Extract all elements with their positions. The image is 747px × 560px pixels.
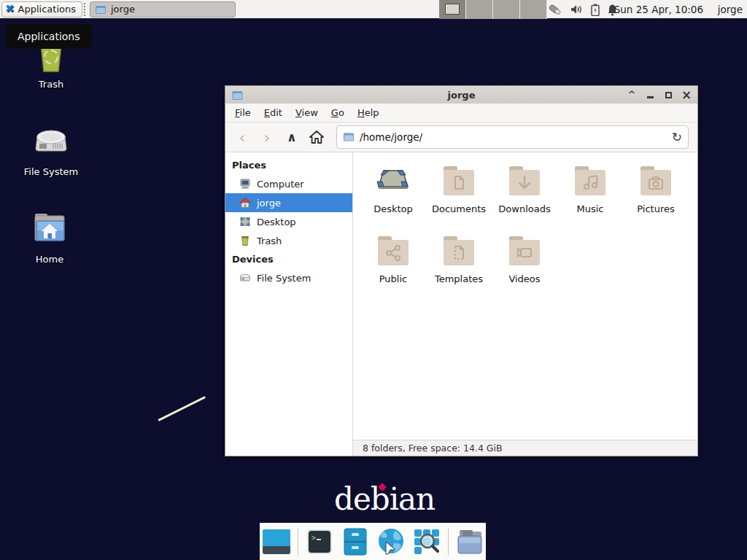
titlebar[interactable]: jorge ^ × <box>225 86 697 104</box>
menu-file[interactable]: File <box>228 105 258 120</box>
trash-icon <box>239 235 251 246</box>
desktop-icon-label: Trash <box>39 79 63 90</box>
workspace-2[interactable] <box>466 0 493 19</box>
back-button[interactable]: ‹ <box>231 126 253 148</box>
directory-folder-icon <box>455 529 484 555</box>
applications-menu-button[interactable]: ✖ Applications <box>1 1 82 18</box>
path-text[interactable]: /home/jorge/ <box>360 131 667 143</box>
path-bar[interactable]: /home/jorge/ ↻ <box>336 125 689 149</box>
desktop-icon-label: File System <box>24 166 78 177</box>
pictures-folder-icon <box>638 163 674 198</box>
drive-icon <box>239 272 251 284</box>
file-music[interactable]: Music <box>557 163 623 233</box>
desktop[interactable]: { "top_panel": { "applications_button": … <box>0 0 747 560</box>
file-downloads[interactable]: Downloads <box>492 163 557 233</box>
reload-icon[interactable]: ↻ <box>672 130 682 144</box>
show-desktop-icon <box>263 529 290 554</box>
sidebar-item-filesystem[interactable]: File System <box>225 268 352 287</box>
close-button[interactable]: × <box>681 90 692 100</box>
debian-logo: debian <box>334 481 435 517</box>
volume-icon[interactable] <box>570 4 584 15</box>
xfce-logo-icon: ✖ <box>5 4 15 15</box>
system-tray <box>547 0 618 19</box>
menu-edit[interactable]: Edit <box>258 105 289 120</box>
sidebar-item-jorge[interactable]: jorge <box>225 193 352 212</box>
file-public[interactable]: Public <box>360 233 426 303</box>
file-view: Desktop Documents <box>353 152 697 456</box>
workspace-switcher[interactable] <box>439 0 547 19</box>
app-finder-button[interactable] <box>412 527 441 556</box>
menu-go[interactable]: Go <box>325 105 351 120</box>
menu-view[interactable]: View <box>289 105 325 120</box>
minimize-button[interactable] <box>645 90 655 100</box>
input-device-icon[interactable] <box>547 3 563 16</box>
file-cabinet-icon <box>344 528 367 556</box>
shade-button[interactable]: ^ <box>627 90 637 100</box>
web-browser-button[interactable] <box>376 527 406 556</box>
app-finder-icon <box>413 528 441 556</box>
home-button[interactable] <box>306 126 328 148</box>
file-pictures[interactable]: Pictures <box>623 163 689 233</box>
music-folder-icon <box>572 163 608 198</box>
sidebar: Places Computer jorge <box>225 152 353 456</box>
panel-clock[interactable]: Sun 25 Apr, 10:06 <box>614 0 703 19</box>
templates-folder-icon <box>441 233 477 268</box>
drive-icon <box>31 121 71 162</box>
directory-menu-button[interactable] <box>455 527 484 556</box>
show-desktop-button[interactable] <box>262 527 291 556</box>
statusbar: 8 folders, Free space: 14.4 GiB <box>353 440 697 456</box>
maximize-button[interactable] <box>663 90 673 100</box>
desktop-icon-home[interactable]: Home <box>9 209 90 265</box>
computer-icon <box>239 178 251 190</box>
file-documents[interactable]: Documents <box>426 163 492 233</box>
dock-separator <box>448 528 449 556</box>
sidebar-item-computer[interactable]: Computer <box>225 174 352 193</box>
statusbar-text: 8 folders, Free space: 14.4 GiB <box>363 443 503 454</box>
sidebar-places-header: Places <box>225 156 352 174</box>
panel-username[interactable]: jorge <box>718 0 743 19</box>
toolbar: ‹ › ∧ /home/jorge/ ↻ <box>225 122 697 152</box>
sidebar-item-desktop[interactable]: Desktop <box>225 212 352 231</box>
terminal-button[interactable]: > <box>305 527 334 556</box>
desktop-icon <box>239 216 251 228</box>
home-folder-icon <box>30 209 69 249</box>
public-folder-icon <box>375 233 411 268</box>
downloads-folder-icon <box>506 163 543 198</box>
dock-separator <box>298 528 298 556</box>
workspace-4[interactable] <box>520 0 547 19</box>
videos-folder-icon <box>506 233 543 268</box>
battery-icon[interactable] <box>591 4 600 16</box>
stray-line-artifact <box>158 396 206 421</box>
documents-folder-icon <box>441 163 477 198</box>
folder-icon <box>95 4 107 15</box>
up-button[interactable]: ∧ <box>281 126 303 148</box>
home-icon <box>239 197 251 209</box>
top-panel: ✖ Applications jorge <box>0 0 747 19</box>
workspace-3[interactable] <box>493 0 520 19</box>
desktop-icon-label: Home <box>36 254 63 265</box>
file-videos[interactable]: Videos <box>492 233 557 303</box>
web-browser-icon <box>376 527 406 556</box>
applications-menu-label: Applications <box>18 4 76 15</box>
applications-tooltip: Applications <box>6 24 92 49</box>
file-desktop[interactable]: Desktop <box>360 163 426 233</box>
home-icon <box>309 131 324 144</box>
file-templates[interactable]: Templates <box>426 233 492 303</box>
file-grid: Desktop Documents <box>353 152 697 440</box>
file-manager-button[interactable] <box>341 527 370 556</box>
menubar: File Edit View Go Help <box>225 104 697 122</box>
workspace-window-thumb <box>445 4 460 15</box>
workspace-1[interactable] <box>439 0 466 19</box>
panel-handle <box>84 3 88 16</box>
menu-help[interactable]: Help <box>351 105 386 120</box>
sidebar-item-trash[interactable]: Trash <box>225 231 352 250</box>
taskbar-window-label: jorge <box>111 4 135 15</box>
sidebar-devices-header: Devices <box>225 250 352 268</box>
dock-panel: > <box>260 523 486 560</box>
path-folder-icon <box>343 132 355 142</box>
taskbar-window-button[interactable]: jorge <box>90 1 236 18</box>
desktop-icon-filesystem[interactable]: File System <box>11 121 91 177</box>
terminal-icon: > <box>306 529 333 555</box>
forward-button[interactable]: › <box>256 126 278 148</box>
file-manager-window: jorge ^ × File Edit View Go Help ‹ › ∧ <box>225 85 698 456</box>
